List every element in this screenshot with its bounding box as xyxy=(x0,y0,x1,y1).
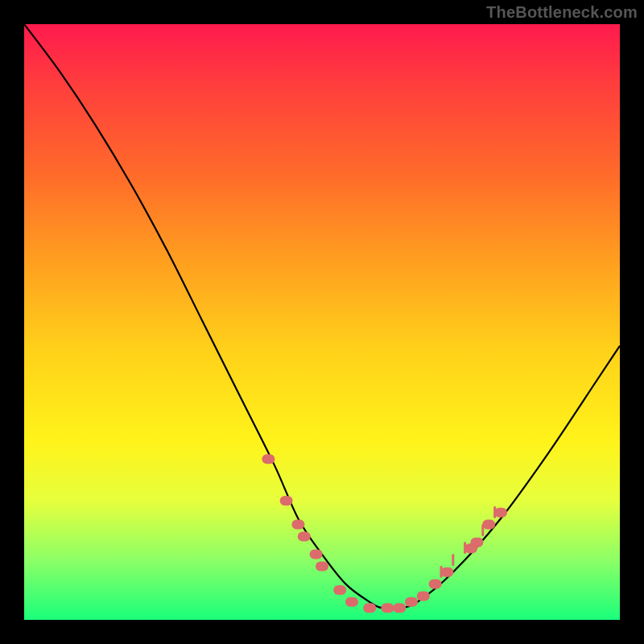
marker-dot xyxy=(482,520,495,530)
highlighted-markers xyxy=(262,454,507,613)
marker-dot xyxy=(440,568,453,577)
marker-dot xyxy=(316,561,328,571)
bottleneck-curve xyxy=(24,24,620,609)
marker-dot xyxy=(405,597,418,607)
marker-dot xyxy=(345,597,358,607)
marker-dot xyxy=(291,520,304,530)
marker-dot xyxy=(494,508,507,518)
marker-dot xyxy=(470,538,483,547)
marker-dot xyxy=(310,550,323,559)
marker-dot xyxy=(363,603,376,613)
marker-dot xyxy=(381,603,394,613)
curve-path xyxy=(24,24,620,609)
chart-frame: TheBottleneck.com xyxy=(0,0,644,644)
marker-dot xyxy=(298,531,311,541)
marker-dot xyxy=(417,591,430,601)
marker-dot xyxy=(333,585,346,595)
marker-dot xyxy=(262,454,275,464)
curve-layer xyxy=(24,24,620,620)
right-branch-ticks xyxy=(441,507,495,576)
marker-dot xyxy=(393,603,406,613)
marker-dot xyxy=(280,496,293,506)
marker-dot xyxy=(429,580,442,589)
watermark-text: TheBottleneck.com xyxy=(486,3,638,22)
plot-area xyxy=(24,24,620,620)
